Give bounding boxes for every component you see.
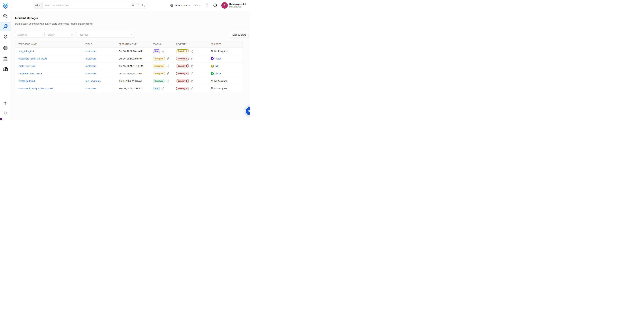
search-input[interactable]: [43, 4, 131, 7]
execution-time: Oct 15, 2024, 11:13 PM: [119, 65, 153, 67]
test-case-link[interactable]: customers_table_diff_Oyw8: [18, 57, 47, 60]
sidebar-item-web[interactable]: [0, 44, 11, 53]
column-header: EXECUTION TIME: [119, 43, 153, 45]
edit-status-icon[interactable]: [162, 50, 164, 53]
bell-icon: [205, 3, 209, 8]
assignee-avatar: P: [211, 72, 214, 75]
severity-badge: Severity 1: [176, 79, 189, 83]
test-case-link[interactable]: Customer_Row_Count: [18, 72, 42, 75]
table-link[interactable]: customers: [86, 50, 96, 53]
sidebar-item-logout[interactable]: [0, 109, 11, 118]
execution-time: Sep 23, 2024, 6:38 PM: [119, 87, 153, 90]
edit-severity-icon[interactable]: [190, 72, 193, 75]
status-filter-label: Status: [48, 33, 54, 36]
test-case-link[interactable]: first_order_test: [18, 50, 34, 53]
edit-severity-icon[interactable]: [190, 87, 193, 90]
sidebar-item-knowledge[interactable]: [0, 65, 11, 74]
execution-time: Oct 9, 2024, 11:03 AM: [119, 80, 153, 82]
app-screen: All ⌘ K: [0, 0, 250, 120]
topbar: All ⌘ K: [11, 0, 250, 11]
assignee-label: No Assignee: [214, 87, 227, 90]
test-case-filter[interactable]: Test case: [76, 32, 135, 38]
edit-severity-icon[interactable]: [190, 50, 193, 53]
test-case-link[interactable]: customer_id_unique_demo_10sdf: [18, 87, 53, 90]
test-case-link[interactable]: Table_Test_Row: [18, 65, 35, 67]
status-filter[interactable]: Status: [46, 32, 75, 38]
table-row: first_order_test customers Oct 18, 2024,…: [15, 48, 243, 55]
edit-severity-icon[interactable]: [190, 80, 193, 82]
assignee-filter-label: Assignee: [17, 33, 27, 36]
domains-dropdown[interactable]: All Domains: [170, 4, 190, 7]
table-link[interactable]: raw_payments: [86, 80, 100, 82]
assignee-link[interactable]: mik: [215, 65, 218, 67]
assignee-label: No Assignee: [214, 80, 227, 82]
robot-chat-icon: [248, 109, 250, 114]
incident-table-body: first_order_test customers Oct 18, 2024,…: [15, 48, 243, 92]
edit-severity-icon[interactable]: [190, 57, 193, 60]
user-avatar[interactable]: R: [221, 2, 228, 9]
edit-status-icon[interactable]: [166, 57, 169, 60]
open-book-icon: [3, 67, 8, 72]
k-key-badge: K: [136, 4, 140, 7]
search-icon[interactable]: [142, 4, 145, 7]
sidebar: [0, 0, 11, 120]
edit-status-icon[interactable]: [166, 80, 169, 82]
chevron-down-icon: [199, 5, 200, 6]
table-link[interactable]: customers: [86, 87, 96, 90]
table-link[interactable]: customers: [86, 72, 96, 75]
globe-icon: [170, 4, 174, 7]
edit-status-icon[interactable]: [166, 65, 169, 67]
table-link[interactable]: customers: [86, 57, 96, 60]
chevron-down-icon: [188, 5, 190, 6]
table-row: Table_Test_Row customers Oct 15, 2024, 1…: [15, 63, 243, 70]
column-header: TABLE: [86, 43, 119, 45]
language-dropdown[interactable]: EN: [194, 4, 200, 7]
column-header: SEVERITY: [176, 43, 211, 45]
execution-time: Oct 16, 2024, 2:08 PM: [119, 57, 153, 60]
edit-severity-icon[interactable]: [190, 65, 193, 67]
severity-badge: Severity 1: [176, 57, 189, 60]
assignee-link[interactable]: pierre: [215, 72, 221, 75]
test-case-filter-label: Test case: [78, 33, 88, 36]
sidebar-item-discovery[interactable]: [0, 12, 11, 21]
column-header: ASSIGNEE: [211, 43, 240, 45]
table-link[interactable]: customers: [86, 65, 96, 67]
user-name: Rounakpreet.d: [229, 3, 250, 6]
date-range-filter[interactable]: Last 30 days: [229, 32, 250, 38]
global-search: All ⌘ K: [33, 2, 147, 9]
lightbulb-icon: [3, 35, 8, 40]
test-case-link[interactable]: Test to be failed: [18, 80, 35, 82]
help-button[interactable]: ?: [213, 3, 217, 8]
domains-label: All Domains: [175, 4, 188, 7]
sidebar-item-insights[interactable]: [0, 33, 11, 42]
column-header: TEST CASE NAME: [18, 43, 86, 45]
app-logo-icon[interactable]: [0, 2, 11, 10]
sidebar-item-governance[interactable]: [0, 54, 11, 63]
sliders-icon: [3, 101, 8, 106]
status-badge: Assigned: [153, 64, 165, 68]
bank-icon: [3, 56, 8, 61]
sidebar-item-incident-manager[interactable]: [0, 22, 11, 31]
page-title: Incident Manager: [15, 17, 38, 20]
status-badge: Assigned: [153, 57, 165, 60]
chevron-down-icon: [39, 5, 40, 6]
severity-badge: Severity 1: [176, 72, 189, 75]
assignee-link[interactable]: Pieter: [215, 57, 221, 60]
severity-badge: Severity 4: [176, 49, 189, 53]
notifications-button[interactable]: [205, 3, 209, 8]
svg-text:?: ?: [214, 4, 216, 6]
user-info[interactable]: Rounakpreet.d Data Steward: [229, 3, 250, 8]
search-scope-dropdown[interactable]: All: [33, 2, 43, 8]
edit-status-icon[interactable]: [161, 87, 164, 90]
chevron-down-icon: [131, 34, 133, 35]
topbar-right: All Domains EN: [170, 0, 250, 11]
question-circle-icon: ?: [213, 3, 217, 8]
cmd-key-badge: ⌘: [131, 4, 135, 7]
assignee-avatar: M: [211, 65, 214, 68]
sidebar-item-settings[interactable]: [0, 99, 11, 108]
assignee-filter[interactable]: Assignee: [15, 32, 44, 38]
edit-status-icon[interactable]: [166, 72, 169, 75]
status-badge: New: [153, 49, 160, 53]
table-row: Test to be failed raw_payments Oct 9, 20…: [15, 77, 243, 85]
table-row: customers_table_diff_Oyw8 customers Oct …: [15, 55, 243, 63]
